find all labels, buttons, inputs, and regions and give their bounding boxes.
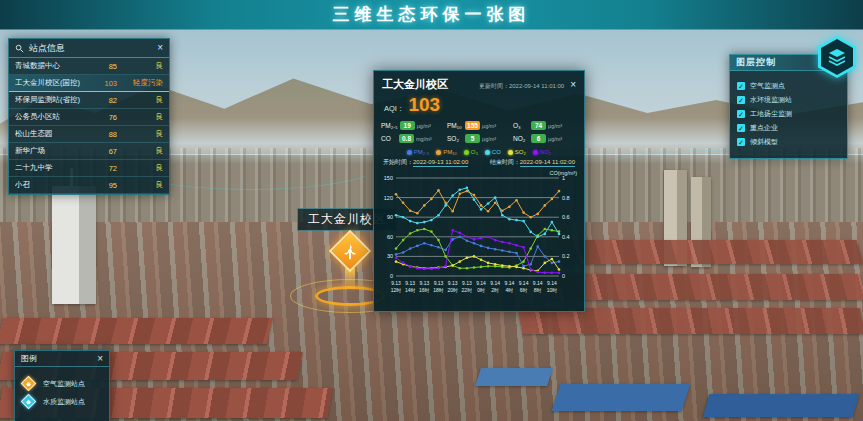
start-time: 开始时间：2022-09-13 11:02:00 xyxy=(383,158,468,167)
svg-text:9.14: 9.14 xyxy=(547,280,557,286)
legend-panel-title: 图例 xyxy=(21,353,37,364)
pollutant-reading: O₃74μg/m³ xyxy=(513,121,577,130)
station-row[interactable]: 小召95良 xyxy=(9,177,169,194)
station-row[interactable]: 青城数据中心85良 xyxy=(9,58,169,75)
legend-dot xyxy=(533,150,538,155)
industrial-building xyxy=(475,368,553,386)
svg-text:9.13: 9.13 xyxy=(405,280,415,286)
pollutant-reading: NO₂6μg/m³ xyxy=(513,134,577,143)
svg-text:150: 150 xyxy=(384,175,393,181)
legend-dot xyxy=(407,150,412,155)
chart-legend-item[interactable]: NO₂ xyxy=(533,149,551,155)
time-range-row: 开始时间：2022-09-13 11:02:00 结束时间：2022-09-14… xyxy=(374,156,584,168)
pollutant-reading: PM₂.₅19μg/m³ xyxy=(381,121,445,130)
svg-text:14时: 14时 xyxy=(405,287,416,293)
station-rows: 青城数据中心85良工大金川校区(国控)103轻度污染环保局监测站(省控)82良公… xyxy=(9,58,169,194)
checkbox-checked-icon[interactable]: ✓ xyxy=(737,124,745,132)
station-aqi: 103 xyxy=(95,79,117,88)
station-row[interactable]: 二十九中学72良 xyxy=(9,160,169,177)
chart-legend-item[interactable]: PM₂.₅ xyxy=(407,149,429,155)
pollutant-value-badge: 155 xyxy=(465,121,480,130)
legend-dot xyxy=(464,150,469,155)
industrial-building xyxy=(703,394,860,417)
svg-text:0: 0 xyxy=(390,273,393,279)
station-aqi: 82 xyxy=(95,96,117,105)
pollutant-unit: μg/m³ xyxy=(417,123,431,129)
aqi-value: 103 xyxy=(408,94,440,116)
update-time: 更新时间：2022-09-14 11:01:00 xyxy=(479,82,570,91)
legend-label: O₃ xyxy=(471,149,478,155)
chart-legend-item[interactable]: SO₂ xyxy=(508,149,526,155)
legend-label: CO xyxy=(492,149,501,155)
aqi-label: AQI： xyxy=(384,104,404,114)
station-name: 青城数据中心 xyxy=(15,61,95,71)
checkbox-checked-icon[interactable]: ✓ xyxy=(737,138,745,146)
svg-text:10时: 10时 xyxy=(547,287,558,293)
station-row[interactable]: 工大金川校区(国控)103轻度污染 xyxy=(9,75,169,92)
svg-text:0: 0 xyxy=(562,273,565,279)
svg-text:18时: 18时 xyxy=(433,287,444,293)
svg-text:8时: 8时 xyxy=(534,287,542,293)
layer-item[interactable]: ✓水环境监测站 xyxy=(737,95,840,105)
close-icon[interactable]: × xyxy=(570,80,576,90)
legend-panel-header: 图例 × xyxy=(15,351,109,367)
layer-label: 工地扬尘监测 xyxy=(750,109,792,119)
layer-items: ✓空气监测点✓水环境监测站✓工地扬尘监测✓重点企业✓倾斜模型 xyxy=(730,71,847,158)
checkbox-checked-icon[interactable]: ✓ xyxy=(737,96,745,104)
station-name: 工大金川校区(国控) xyxy=(15,78,95,88)
station-diamond-icon xyxy=(21,394,37,410)
svg-text:60: 60 xyxy=(387,234,393,240)
legend-label: NO₂ xyxy=(540,149,551,155)
diamond-dot xyxy=(27,400,31,404)
pollutant-reading: SO₂5μg/m³ xyxy=(447,134,511,143)
station-level: 良 xyxy=(117,129,163,139)
station-level: 良 xyxy=(117,95,163,105)
legend-items: 空气监测站点水质监测站点 xyxy=(15,367,109,421)
legend-label: PM₂.₅ xyxy=(414,149,429,155)
station-row[interactable]: 新华广场67良 xyxy=(9,143,169,160)
aqi-popup-title: 工大金川校区 xyxy=(382,77,448,92)
layer-item[interactable]: ✓倾斜模型 xyxy=(737,137,840,147)
layers-icon[interactable] xyxy=(818,36,856,78)
layer-item[interactable]: ✓空气监测点 xyxy=(737,81,840,91)
station-aqi: 85 xyxy=(95,62,117,71)
legend-dot xyxy=(508,150,513,155)
station-aqi: 67 xyxy=(95,147,117,156)
pollutant-value-badge: 6 xyxy=(531,134,546,143)
chart-legend-item[interactable]: CO xyxy=(485,149,501,155)
pollutant-unit: μg/m³ xyxy=(482,136,496,142)
svg-text:90: 90 xyxy=(387,214,393,220)
station-name: 环保局监测站(省控) xyxy=(15,95,95,105)
svg-text:22时: 22时 xyxy=(462,287,473,293)
station-row[interactable]: 公务员小区站76良 xyxy=(9,109,169,126)
layer-item[interactable]: ✓工地扬尘监测 xyxy=(737,109,840,119)
building-row xyxy=(537,274,863,300)
checkbox-checked-icon[interactable]: ✓ xyxy=(737,110,745,118)
station-diamond-icon xyxy=(21,376,37,392)
pollutant-unit: μg/m³ xyxy=(482,123,496,129)
svg-text:9.13: 9.13 xyxy=(419,280,429,286)
pollutant-readings: PM₂.₅19μg/m³PM₁₀155μg/m³O₃74μg/m³CO0.8mg… xyxy=(374,118,584,147)
station-level: 良 xyxy=(117,163,163,173)
station-row[interactable]: 环保局监测站(省控)82良 xyxy=(9,92,169,109)
close-icon[interactable]: × xyxy=(97,354,103,364)
svg-text:9.14: 9.14 xyxy=(476,280,486,286)
chart-legend-item[interactable]: O₃ xyxy=(464,149,478,155)
legend-item-label: 水质监测站点 xyxy=(43,397,85,407)
svg-text:9.14: 9.14 xyxy=(505,280,515,286)
layer-item[interactable]: ✓重点企业 xyxy=(737,123,840,133)
station-aqi: 72 xyxy=(95,164,117,173)
station-name: 公务员小区站 xyxy=(15,112,95,122)
app-header: 三维生态环保一张图 xyxy=(0,0,863,30)
checkbox-checked-icon[interactable]: ✓ xyxy=(737,82,745,90)
layer-panel-title: 图层控制 xyxy=(730,56,782,69)
svg-text:9.13: 9.13 xyxy=(434,280,444,286)
station-row[interactable]: 松山生态园88良 xyxy=(9,126,169,143)
svg-text:0时: 0时 xyxy=(477,287,485,293)
chart-legend-item[interactable]: PM₁₀ xyxy=(436,149,457,155)
svg-text:120: 120 xyxy=(384,195,393,201)
industrial-building xyxy=(552,384,691,411)
svg-text:0.6: 0.6 xyxy=(562,214,570,220)
close-icon[interactable]: × xyxy=(157,43,163,53)
station-name: 松山生态园 xyxy=(15,129,95,139)
